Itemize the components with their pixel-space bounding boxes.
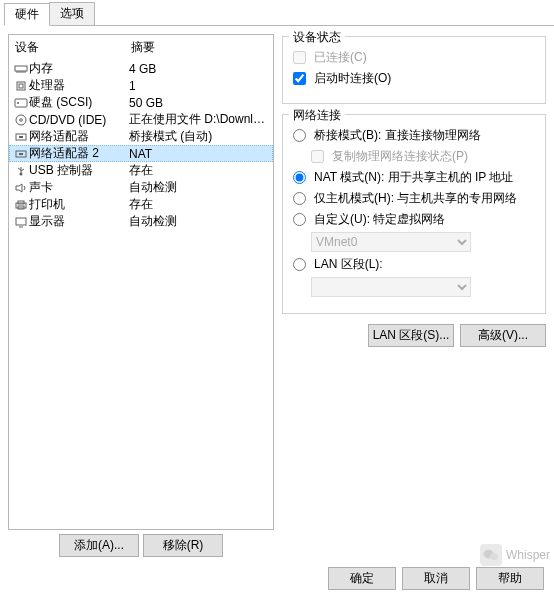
mem-icon: [13, 62, 29, 76]
svg-rect-15: [19, 153, 23, 155]
device-summary: 存在: [129, 196, 269, 213]
radio-nat[interactable]: [293, 171, 306, 184]
svg-rect-8: [15, 99, 27, 107]
mon-icon: [13, 215, 29, 229]
svg-point-11: [20, 118, 23, 121]
radio-nat-label: NAT 模式(N): 用于共享主机的 IP 地址: [314, 169, 513, 186]
device-row-5[interactable]: 网络适配器 2NAT: [9, 145, 273, 162]
device-row-2[interactable]: 硬盘 (SCSI)50 GB: [9, 94, 273, 111]
connected-checkbox: [293, 51, 306, 64]
radio-custom[interactable]: [293, 213, 306, 226]
svg-rect-13: [19, 136, 23, 138]
tab-hardware[interactable]: 硬件: [4, 3, 50, 26]
device-list: 设备 摘要 内存4 GB处理器1硬盘 (SCSI)50 GBCD/DVD (ID…: [8, 34, 274, 530]
device-summary: 桥接模式 (自动): [129, 128, 269, 145]
lan-segments-button[interactable]: LAN 区段(S)...: [368, 324, 454, 347]
device-status-group: 设备状态 已连接(C) 启动时连接(O): [282, 36, 546, 104]
remove-button[interactable]: 移除(R): [143, 534, 223, 557]
copy-phys-label: 复制物理网络连接状态(P): [332, 148, 468, 165]
cd-icon: [13, 113, 29, 127]
device-label: 声卡: [29, 179, 129, 196]
device-row-9[interactable]: 显示器自动检测: [9, 213, 273, 230]
lan-segment-select: [311, 277, 471, 297]
device-summary: 自动检测: [129, 213, 269, 230]
radio-bridge[interactable]: [293, 129, 306, 142]
device-label: 内存: [29, 60, 129, 77]
device-summary: 50 GB: [129, 96, 269, 110]
custom-vmnet-select: VMnet0: [311, 232, 471, 252]
radio-lan-label: LAN 区段(L):: [314, 256, 383, 273]
radio-hostonly[interactable]: [293, 192, 306, 205]
device-summary: 1: [129, 79, 269, 93]
radio-custom-label: 自定义(U): 特定虚拟网络: [314, 211, 445, 228]
help-button[interactable]: 帮助: [476, 567, 544, 590]
net-icon: [13, 147, 29, 161]
device-row-4[interactable]: 网络适配器桥接模式 (自动): [9, 128, 273, 145]
snd-icon: [13, 181, 29, 195]
device-summary: 正在使用文件 D:\Download\Ku...: [129, 111, 269, 128]
device-summary: 自动检测: [129, 179, 269, 196]
svg-point-9: [17, 102, 19, 104]
connect-poweron-checkbox[interactable]: [293, 72, 306, 85]
device-label: 网络适配器: [29, 128, 129, 145]
device-label: CD/DVD (IDE): [29, 113, 129, 127]
hdd-icon: [13, 96, 29, 110]
tab-bar: 硬件 选项: [4, 2, 554, 26]
add-button[interactable]: 添加(A)...: [59, 534, 139, 557]
svg-marker-20: [16, 184, 22, 192]
network-connection-title: 网络连接: [289, 107, 345, 124]
cpu-icon: [13, 79, 29, 93]
radio-bridge-label: 桥接模式(B): 直接连接物理网络: [314, 127, 481, 144]
svg-rect-6: [17, 82, 25, 90]
device-label: 硬盘 (SCSI): [29, 94, 129, 111]
connect-poweron-label: 启动时连接(O): [314, 70, 391, 87]
device-row-8[interactable]: 打印机存在: [9, 196, 273, 213]
device-summary: 4 GB: [129, 62, 269, 76]
copy-phys-checkbox: [311, 150, 324, 163]
device-summary: NAT: [129, 147, 269, 161]
svg-rect-7: [19, 84, 23, 88]
col-header-summary: 摘要: [131, 39, 267, 56]
device-row-3[interactable]: CD/DVD (IDE)正在使用文件 D:\Download\Ku...: [9, 111, 273, 128]
radio-hostonly-label: 仅主机模式(H): 与主机共享的专用网络: [314, 190, 517, 207]
device-status-title: 设备状态: [289, 29, 345, 46]
connected-label: 已连接(C): [314, 49, 367, 66]
device-label: 打印机: [29, 196, 129, 213]
device-row-1[interactable]: 处理器1: [9, 77, 273, 94]
device-label: USB 控制器: [29, 162, 129, 179]
svg-rect-24: [16, 218, 26, 225]
net-icon: [13, 130, 29, 144]
device-summary: 存在: [129, 162, 269, 179]
ok-button[interactable]: 确定: [328, 567, 396, 590]
col-header-device: 设备: [15, 39, 131, 56]
radio-lan[interactable]: [293, 258, 306, 271]
advanced-button[interactable]: 高级(V)...: [460, 324, 546, 347]
svg-point-10: [16, 115, 26, 125]
device-label: 显示器: [29, 213, 129, 230]
network-connection-group: 网络连接 桥接模式(B): 直接连接物理网络 复制物理网络连接状态(P) NAT…: [282, 114, 546, 314]
svg-rect-0: [15, 66, 27, 71]
device-label: 网络适配器 2: [29, 145, 129, 162]
prn-icon: [13, 198, 29, 212]
device-row-0[interactable]: 内存4 GB: [9, 60, 273, 77]
device-row-7[interactable]: 声卡自动检测: [9, 179, 273, 196]
cancel-button[interactable]: 取消: [402, 567, 470, 590]
usb-icon: [13, 164, 29, 178]
device-row-6[interactable]: USB 控制器存在: [9, 162, 273, 179]
device-label: 处理器: [29, 77, 129, 94]
tab-options[interactable]: 选项: [49, 2, 95, 25]
